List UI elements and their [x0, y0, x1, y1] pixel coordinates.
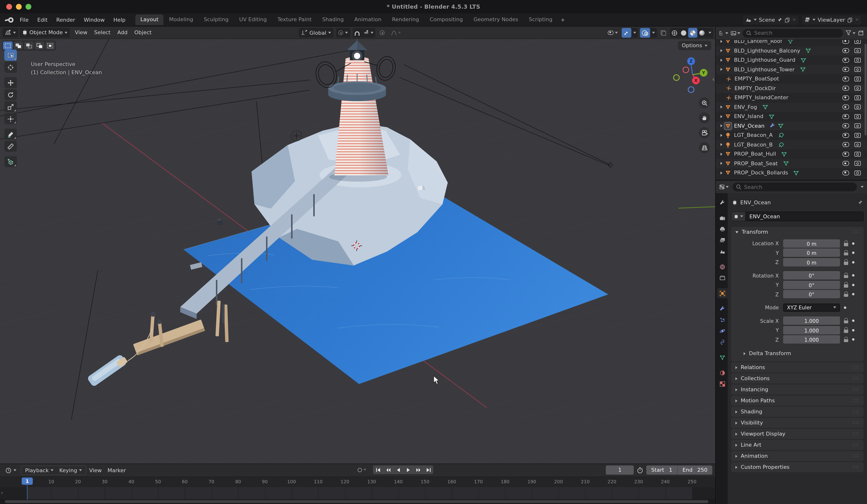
- lock-icon[interactable]: [844, 243, 848, 246]
- blender-logo-icon[interactable]: [5, 17, 13, 23]
- value-field[interactable]: 1.000: [783, 317, 840, 325]
- disable-in-renders-toggle[interactable]: [855, 86, 861, 91]
- lock-icon[interactable]: [844, 339, 848, 342]
- panel-viewport-display[interactable]: Viewport Display···· ····: [731, 429, 864, 439]
- pin-icon[interactable]: [777, 17, 782, 22]
- expand-icon[interactable]: [720, 134, 722, 137]
- viewport-menu-view[interactable]: View: [72, 29, 91, 36]
- hide-in-viewport-toggle[interactable]: [843, 95, 849, 100]
- workspace-tab-sculpting[interactable]: Sculpting: [199, 14, 234, 25]
- tool-annotate[interactable]: [4, 129, 17, 140]
- falloff-dropdown[interactable]: [389, 28, 403, 37]
- panel-collections[interactable]: Collections···· ····: [731, 373, 864, 384]
- properties-tab-object[interactable]: [717, 288, 728, 298]
- hide-in-viewport-toggle[interactable]: [843, 40, 849, 44]
- properties-tab-output[interactable]: [717, 224, 728, 234]
- outliner-item-bld-lighthouse-guard[interactable]: BLD_Lighthouse_Guard: [716, 55, 867, 65]
- properties-tab-modifiers[interactable]: [717, 303, 728, 314]
- shading-material-button[interactable]: [688, 28, 697, 37]
- maximize-window-button[interactable]: [25, 4, 31, 10]
- pin-icon[interactable]: [858, 200, 863, 205]
- properties-tab-render[interactable]: [717, 213, 728, 223]
- panel-instancing[interactable]: Instancing···· ····: [731, 385, 864, 395]
- panel-shading[interactable]: Shading···· ····: [731, 407, 864, 417]
- select-mode-extend[interactable]: [13, 41, 23, 50]
- drag-handle-icon[interactable]: ···· ····: [853, 230, 859, 234]
- workspace-tab-animation[interactable]: Animation: [350, 14, 386, 25]
- animate-dot-icon[interactable]: [852, 284, 855, 286]
- panel-custom-properties[interactable]: Custom Properties···· ····: [731, 462, 864, 472]
- properties-tab-scene[interactable]: [717, 246, 728, 256]
- viewport-menu-object[interactable]: Object: [131, 29, 155, 36]
- properties-options-icon[interactable]: [861, 186, 864, 188]
- properties-tab-constraints[interactable]: [717, 337, 728, 347]
- properties-editor-type-button[interactable]: [719, 184, 729, 190]
- timeline-editor-type-button[interactable]: [3, 465, 19, 475]
- properties-tab-texture[interactable]: [717, 379, 728, 389]
- select-mode-subtract[interactable]: [24, 41, 34, 50]
- transform-orientation-dropdown[interactable]: Global: [299, 28, 333, 37]
- proportional-editing-toggle[interactable]: [378, 28, 386, 37]
- viewlayer-selector[interactable]: ViewLayer ✕: [802, 15, 861, 24]
- disable-in-renders-toggle[interactable]: [855, 142, 861, 147]
- menu-window[interactable]: Window: [79, 17, 109, 23]
- menu-help[interactable]: Help: [109, 17, 130, 23]
- tool-rotate[interactable]: [4, 89, 17, 100]
- remove-icon[interactable]: ✕: [855, 17, 859, 22]
- disable-in-renders-toggle[interactable]: [855, 77, 861, 82]
- hide-in-viewport-toggle[interactable]: [843, 171, 849, 175]
- timeline-track[interactable]: ›: [0, 487, 715, 499]
- hide-in-viewport-toggle[interactable]: [843, 161, 849, 166]
- outliner-item-env-ocean[interactable]: ENV_Ocean: [716, 121, 867, 131]
- animate-dot-icon[interactable]: [852, 261, 855, 264]
- overlays-dropdown[interactable]: [650, 28, 657, 37]
- outliner-editor-type-button[interactable]: [719, 30, 728, 36]
- pivot-point-dropdown[interactable]: [336, 28, 350, 37]
- animate-dot-icon[interactable]: [852, 329, 855, 332]
- current-frame-badge[interactable]: 1: [22, 478, 33, 485]
- expand-icon[interactable]: [720, 172, 722, 174]
- lock-icon[interactable]: [844, 252, 848, 255]
- viewport-canvas[interactable]: Options User Perspective (1) Collection …: [0, 39, 715, 463]
- show-gizmo-toggle[interactable]: [622, 28, 631, 37]
- properties-tab-world[interactable]: [717, 262, 728, 272]
- pan-hand-icon[interactable]: [699, 112, 710, 124]
- tool-scale[interactable]: [4, 101, 17, 112]
- hide-in-viewport-toggle[interactable]: [843, 124, 849, 128]
- zoom-icon[interactable]: [699, 97, 710, 108]
- select-mode-intersect[interactable]: [45, 41, 55, 50]
- window-controls[interactable]: [6, 4, 31, 10]
- frame-start-field[interactable]: Start1: [646, 467, 677, 473]
- timeline-menu-keying[interactable]: Keying: [56, 467, 85, 473]
- lock-icon[interactable]: [844, 320, 848, 323]
- properties-tab-physics[interactable]: [717, 326, 728, 336]
- shading-wireframe-button[interactable]: [670, 28, 679, 37]
- panel-animation[interactable]: Animation···· ····: [731, 451, 864, 461]
- expand-icon[interactable]: [720, 106, 722, 109]
- timeline-menu-marker[interactable]: Marker: [105, 467, 129, 473]
- panel-line-art[interactable]: Line Art···· ····: [731, 440, 864, 450]
- properties-tab-collection[interactable]: [717, 273, 728, 283]
- shading-solid-button[interactable]: [679, 28, 688, 37]
- disable-in-renders-toggle[interactable]: [855, 58, 861, 63]
- timeline-expand-icon[interactable]: ›: [1, 490, 3, 496]
- delta-transform-subpanel[interactable]: Delta Transform: [731, 348, 864, 357]
- value-field[interactable]: 0°: [783, 290, 840, 299]
- copy-icon[interactable]: [784, 17, 790, 22]
- outliner-item-env-fog[interactable]: ENV_Fog: [716, 103, 867, 112]
- animate-dot-icon[interactable]: [852, 339, 855, 341]
- navigation-gizmo[interactable]: Z Y X: [672, 55, 712, 96]
- outliner-item-prop-boat-seat[interactable]: PROP_Boat_Seat: [716, 159, 867, 168]
- properties-tab-material[interactable]: [717, 368, 728, 378]
- frame-end-field[interactable]: End250: [677, 467, 712, 473]
- panel-visibility[interactable]: Visibility···· ····: [731, 418, 864, 428]
- animate-dot-icon[interactable]: [852, 252, 855, 254]
- properties-tab-object-data[interactable]: [717, 352, 728, 362]
- auto-record-button[interactable]: [357, 468, 366, 472]
- outliner-item-empty-islandcenter[interactable]: EMPTY_IslandCenter: [716, 93, 867, 103]
- object-visibility-dropdown[interactable]: [605, 28, 620, 37]
- outliner-item-bld-lighthouse-balcony[interactable]: BLD_Lighthouse_Balcony: [716, 46, 867, 55]
- new-collection-button[interactable]: [858, 30, 864, 36]
- transform-panel-header[interactable]: Transform ···· ····: [731, 227, 864, 237]
- hide-in-viewport-toggle[interactable]: [843, 67, 849, 72]
